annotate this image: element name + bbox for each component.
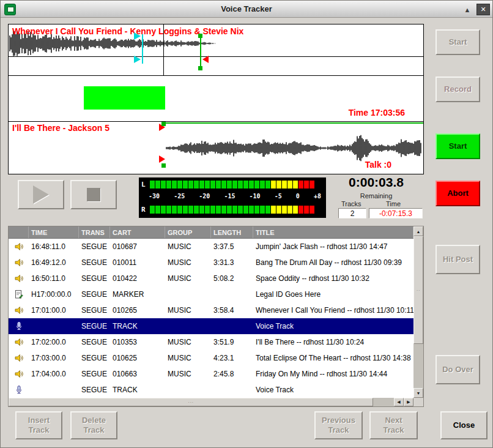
track2-start-line[interactable]: [165, 122, 423, 124]
track1-end-marker-bottom-handle[interactable]: [198, 66, 202, 70]
do-over-button[interactable]: Do Over: [436, 355, 480, 384]
panel-divider-2: [9, 121, 423, 122]
meter-right-label: R: [141, 206, 150, 214]
log-table: TIMETRANSCARTGROUPLENGTHTITLE 16:48:11.0…: [8, 226, 424, 407]
track1-end-marker-line[interactable]: [200, 35, 201, 69]
cell-time: 17:04:00.0: [29, 366, 79, 382]
cell-trans: SEGUE: [79, 318, 110, 334]
cell-length: [211, 318, 253, 334]
cell-group: [165, 286, 211, 302]
titlebar[interactable]: Voice Tracker ▲ ✕: [1, 1, 492, 18]
scroll-down-icon[interactable]: ▼: [413, 388, 423, 398]
cell-group: MUSIC: [165, 255, 211, 271]
meter-scale-tick: -15: [224, 193, 235, 200]
table-row[interactable]: 16:48:11.0SEGUE010687MUSIC3:37.5Jumpin' …: [9, 239, 413, 255]
scroll-right-icon[interactable]: ▶: [404, 398, 413, 406]
scroll-left-icon[interactable]: ◀: [394, 398, 404, 406]
close-icon[interactable]: ✕: [476, 4, 490, 15]
meter-scale-tick: -10: [250, 193, 261, 200]
column-header-group[interactable]: GROUP: [165, 226, 211, 238]
speaker-icon: [9, 350, 29, 366]
play-button[interactable]: [18, 180, 64, 209]
track2-marker-bottom-handle[interactable]: [161, 163, 166, 168]
track1-end-marker-top-handle[interactable]: [198, 34, 202, 38]
speaker-icon: [9, 239, 29, 255]
column-header-trans[interactable]: TRANS: [79, 226, 110, 238]
cell-title: Bang The Drum All Day -- rdhost 11/30 09…: [253, 255, 413, 271]
segue-marker-top-icon[interactable]: [134, 32, 141, 40]
table-row[interactable]: H17:00:00.0SEGUEMARKERLegal ID Goes Here: [9, 286, 413, 302]
table-row[interactable]: 17:03:00.0SEGUE010625MUSIC4:23.1Total Ec…: [9, 350, 413, 366]
cell-cart: 010011: [110, 255, 165, 271]
start-track2-button[interactable]: Start: [436, 133, 480, 159]
speaker-icon: [9, 366, 29, 382]
cell-trans: SEGUE: [79, 382, 110, 398]
cell-group: [165, 382, 211, 398]
cell-group: MUSIC: [165, 302, 211, 318]
cell-length: 3:58.4: [211, 302, 253, 318]
cell-time: [29, 318, 79, 334]
table-row[interactable]: 17:01:00.0SEGUE010265MUSIC3:58.4Whenever…: [9, 302, 413, 318]
delete-track-button[interactable]: Delete Track: [70, 411, 117, 439]
track1-divider: [9, 56, 423, 57]
stop-button[interactable]: [70, 180, 117, 209]
cell-trans: SEGUE: [79, 239, 110, 255]
record-button[interactable]: Record: [436, 77, 480, 102]
hit-post-button[interactable]: Hit Post: [436, 245, 480, 274]
cell-time: 17:03:00.0: [29, 350, 79, 366]
cell-title: Whenever I Call You Friend -- rdhost 11/…: [253, 302, 413, 318]
cell-group: MUSIC: [165, 334, 211, 350]
vertical-scroll-thumb[interactable]: ∙∙: [413, 236, 423, 344]
track2-marker-top-handle[interactable]: [161, 122, 166, 126]
column-header-length[interactable]: LENGTH: [211, 226, 253, 238]
cell-time: H17:00:00.0: [29, 286, 79, 302]
cell-trans: SEGUE: [79, 350, 110, 366]
next-track-button[interactable]: Next Track: [369, 411, 418, 439]
column-header-title[interactable]: TITLE: [253, 226, 413, 238]
speaker-icon: [9, 334, 29, 350]
remaining-tracks-value: 2: [338, 208, 366, 218]
mic-icon: [9, 318, 29, 334]
column-header-icon[interactable]: [9, 226, 29, 238]
time-readout: Time 17:03:56: [349, 108, 405, 118]
previous-track-button[interactable]: Previous Track: [314, 411, 363, 439]
track2-start-handle-bottom[interactable]: [159, 155, 165, 163]
log-header: TIMETRANSCARTGROUPLENGTHTITLE: [9, 226, 413, 239]
shade-icon[interactable]: ▲: [461, 4, 474, 15]
edit-cursor[interactable]: [163, 24, 164, 75]
scroll-up-icon[interactable]: ▲: [413, 226, 423, 236]
meter-left-segments: [150, 181, 314, 189]
speaker-icon: [9, 302, 29, 318]
segue-marker-bottom-icon[interactable]: [134, 56, 141, 63]
cell-cart: 010687: [110, 239, 165, 255]
table-row[interactable]: 17:02:00.0SEGUE010353MUSIC3:51.9I'll Be …: [9, 334, 413, 350]
cell-group: MUSIC: [165, 271, 211, 286]
horizontal-scrollbar[interactable]: ∙∙∙ ◀ ▶: [9, 398, 413, 406]
table-row[interactable]: 16:50:11.0SEGUE010422MUSIC5:08.2Space Od…: [9, 271, 413, 286]
cell-length: 5:08.2: [211, 271, 253, 286]
table-row[interactable]: SEGUETRACKVoice Track: [9, 382, 413, 398]
cell-length: 4:23.1: [211, 350, 253, 366]
meter-left-row: L: [141, 181, 314, 189]
column-header-cart[interactable]: CART: [110, 226, 165, 238]
close-button[interactable]: Close: [440, 411, 487, 439]
voice-track-region[interactable]: [84, 86, 165, 110]
insert-track-button[interactable]: Insert Track: [15, 411, 62, 439]
meter-scale-tick: -20: [199, 193, 210, 200]
segue-marker-line[interactable]: [142, 34, 143, 64]
speaker-icon: [9, 271, 29, 286]
column-header-time[interactable]: TIME: [29, 226, 79, 238]
start-track1-button[interactable]: Start: [436, 29, 480, 55]
vertical-scrollbar[interactable]: ▲ ∙∙ ▼: [413, 226, 423, 398]
table-row[interactable]: 16:49:12.0SEGUE010011MUSIC3:31.3Bang The…: [9, 255, 413, 271]
table-row[interactable]: 17:04:00.0SEGUE010663MUSIC2:45.8Friday O…: [9, 366, 413, 382]
waveform-editor[interactable]: Whenever I Call You Friend - Kenny Loggi…: [8, 24, 424, 174]
abort-button[interactable]: Abort: [436, 181, 480, 206]
horizontal-scroll-thumb[interactable]: ∙∙∙: [9, 398, 373, 406]
meter-scale-tick: -25: [174, 193, 185, 200]
meter-scale-tick: -30: [149, 193, 160, 200]
cell-cart: 010663: [110, 366, 165, 382]
table-row[interactable]: SEGUETRACKVoice Track: [9, 318, 413, 334]
meter-right-segments: [150, 206, 314, 214]
track1-fade-handle[interactable]: [202, 56, 209, 63]
